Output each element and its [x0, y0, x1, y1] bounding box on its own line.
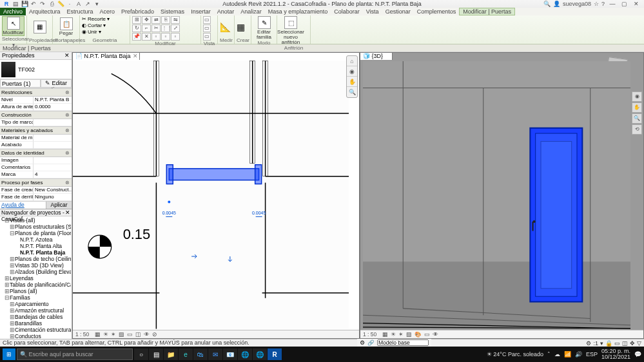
tree-node[interactable]: ⊟Vistas (all)	[1, 217, 71, 224]
tray-onedrive-icon[interactable]: ☁	[554, 351, 560, 357]
taskbar-search[interactable]: 🔍 Escribe aquí para buscar	[17, 348, 133, 360]
tree-node[interactable]: ⊞Leyendas	[1, 275, 71, 281]
tree-expand-icon[interactable]: ⊞	[10, 269, 15, 275]
tree-node[interactable]: ⊞Barandillas	[1, 320, 71, 327]
tree-node[interactable]: ⊞Vistas 3D (3D View)	[1, 262, 71, 269]
tray-lang-icon[interactable]: ESP	[586, 351, 598, 357]
plan-canvas[interactable]: 0.0045 0.0045 0.15	[73, 61, 349, 329]
sel-toggle-icon[interactable]: ▾	[600, 340, 603, 347]
qat-more2-icon[interactable]: ↗	[84, 1, 92, 7]
tool-c-icon[interactable]: ▫	[171, 33, 180, 41]
link-icon[interactable]: 🔗	[367, 339, 375, 346]
filter-funnel-icon[interactable]: ▽	[637, 340, 641, 347]
prop-val-nivel[interactable]: N.P.T. Planta B	[34, 97, 72, 104]
sel-filter-icon[interactable]: ⚙	[586, 340, 591, 347]
viewport-plan[interactable]: 📄 N.P.T. Planta Baja✕	[72, 52, 360, 339]
view-tab-plan[interactable]: 📄 N.P.T. Planta Baja✕	[72, 52, 140, 60]
paste-button[interactable]: 📋Pegar	[55, 17, 77, 36]
nav3d-wheel-icon[interactable]: ◉	[632, 91, 642, 102]
revit-taskbar-icon[interactable]: R	[268, 348, 282, 360]
apply-button[interactable]: Aplicar	[46, 202, 72, 209]
grp-materiales[interactable]: Materiales y acabados	[1, 128, 53, 133]
tree-expand-icon[interactable]: ⊟	[5, 217, 10, 224]
favorites-icon[interactable]: ☆	[594, 1, 599, 7]
tray-net-icon[interactable]: 📶	[564, 351, 571, 357]
properties-help-link[interactable]: Ayuda de propiedades	[0, 202, 46, 209]
edge-icon[interactable]: e	[179, 348, 193, 360]
expand-icon[interactable]: ⊗	[64, 112, 70, 118]
ws-icon[interactable]: ⚙	[360, 339, 365, 346]
tab-archivo[interactable]: Archivo	[0, 8, 26, 15]
nav-pan-icon[interactable]: ✋	[347, 77, 357, 87]
tree-node[interactable]: ⊞Cimentación estructural	[1, 327, 71, 333]
view-tab-3d[interactable]: 🧊 {3D}	[360, 52, 393, 60]
crop-icon[interactable]: ▭	[424, 331, 431, 338]
tree-expand-icon[interactable]: ⊞	[10, 256, 15, 262]
tree-node[interactable]: ⊞Armazón estructural	[1, 307, 71, 314]
user-icon[interactable]: 👤	[553, 1, 560, 7]
tree-expand-icon[interactable]: ⊞	[5, 288, 10, 294]
close-icon[interactable]: ✕	[631, 1, 641, 7]
grp-construccion[interactable]: Construcción	[1, 112, 32, 118]
dim-left[interactable]: 0.0045	[162, 211, 176, 215]
taskview-icon[interactable]: ▤	[149, 348, 163, 360]
scale-selector[interactable]: 1 : 50	[75, 331, 93, 338]
tray-up-icon[interactable]: ˄	[547, 351, 551, 357]
prop-val-marca[interactable]: 4	[34, 171, 72, 178]
prop-val-marco[interactable]	[34, 119, 72, 126]
expand-icon[interactable]: ⊗	[64, 180, 70, 186]
properties-button[interactable]: ▦	[29, 21, 50, 33]
tree-node[interactable]: N.P.T. Planta Alta	[1, 243, 71, 249]
create-tool-icon[interactable]: ▦	[237, 22, 245, 32]
scale-icon[interactable]: ⤢	[171, 24, 180, 32]
tree-expand-icon[interactable]: ⊞	[10, 301, 15, 307]
tree-expand-icon[interactable]: ⊞	[10, 307, 15, 314]
search-box-icon[interactable]: 🔍	[543, 1, 551, 7]
tree-expand-icon[interactable]: ⊞	[10, 314, 15, 320]
tray-vol-icon[interactable]: 🔊	[575, 351, 582, 357]
unpin-icon[interactable]: ✕	[142, 33, 151, 41]
maximize-icon[interactable]: ▢	[619, 1, 629, 7]
detail-icon[interactable]: ▦	[94, 331, 101, 338]
modelbase-input[interactable]	[377, 339, 429, 346]
tree-expand-icon[interactable]: ⊟	[10, 230, 15, 236]
tab-analizar[interactable]: Analizar	[237, 8, 265, 15]
nav-wheel-icon[interactable]: ◉	[347, 66, 357, 77]
offset-icon[interactable]: ⇄	[151, 16, 161, 24]
redo-icon[interactable]: ↷	[39, 1, 46, 7]
prop-val-material[interactable]	[34, 135, 72, 142]
grp-fases[interactable]: Proceso por fases	[1, 180, 43, 186]
view3-icon[interactable]: ▭	[203, 33, 211, 41]
explorer-icon[interactable]: 📁	[164, 348, 178, 360]
trim-icon[interactable]: ⌐	[142, 24, 151, 32]
mirror-icon[interactable]: ⇋	[171, 16, 180, 24]
tab-modificar[interactable]: Modificar | Puertas	[459, 8, 515, 15]
tool-b-icon[interactable]: ▫	[161, 33, 170, 41]
pick-host-button[interactable]: ⬚Seleccionar nuevo anfitrión	[279, 16, 302, 45]
tree-expand-icon[interactable]: ⊞	[5, 275, 10, 281]
tree-expand-icon[interactable]: ⊟	[5, 294, 10, 301]
tree-node[interactable]: ⊞Aparcamiento	[1, 301, 71, 307]
tree-node[interactable]: ⊟Familias	[1, 294, 71, 301]
chrome-icon[interactable]: 🌐	[238, 348, 252, 360]
undo-icon[interactable]: ↶	[30, 1, 37, 7]
properties-close-icon[interactable]: ✕	[64, 52, 70, 59]
expand-icon[interactable]: ⊗	[64, 150, 70, 156]
rotate-icon[interactable]: ↻	[132, 24, 141, 32]
prop-val-comentarios[interactable]	[34, 164, 72, 171]
qat-more-icon[interactable]: A	[75, 1, 83, 7]
tab-acero[interactable]: Acero	[97, 8, 119, 15]
render-icon[interactable]: 🎨	[414, 331, 422, 338]
crop-icon[interactable]: ▭	[126, 331, 133, 338]
nav3d-zoom-icon[interactable]: 🔍	[632, 113, 642, 124]
qat-dropdown-icon[interactable]: ▾	[93, 1, 101, 7]
edit-family-button[interactable]: ✎Editar familia	[253, 16, 275, 40]
tree-node[interactable]: ⊞Alzados (Building Elevation)	[1, 269, 71, 275]
tab-close-icon[interactable]: ✕	[133, 53, 138, 59]
nav3d-pan-icon[interactable]: ✋	[632, 102, 642, 113]
tree-node[interactable]: ⊟Planos de planta (Floor Plan)	[1, 230, 71, 236]
save-icon[interactable]: 💾	[21, 1, 28, 7]
cope-icon[interactable]: ✂	[82, 16, 86, 22]
cortar-button[interactable]: Cortar ▾	[88, 23, 106, 28]
visual-style-icon[interactable]: ☀	[390, 331, 396, 338]
